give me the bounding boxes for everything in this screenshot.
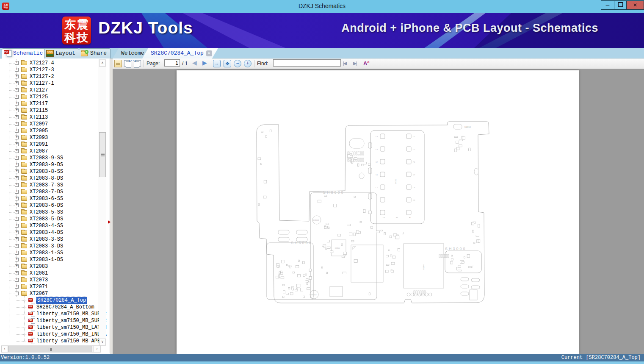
tree-folder-row[interactable]: XT2127-2 — [0, 73, 98, 80]
expand-toggle-icon[interactable] — [15, 217, 19, 221]
tree-folder-row[interactable]: XT2097 — [0, 121, 98, 128]
tree-file-row[interactable]: PDF liberty_sm7150_MB_SUPER — [0, 311, 98, 317]
tree-folder-row[interactable]: XT2093 — [0, 134, 98, 141]
document-viewport[interactable]: U4810 C3C4C7C1C2C1C2P3C7C6C5D6B6A1 U4700… — [113, 69, 644, 354]
close-button[interactable] — [626, 0, 644, 10]
expand-toggle-icon[interactable] — [15, 176, 19, 180]
expand-toggle-icon[interactable] — [15, 156, 19, 160]
scroll-up-arrow[interactable]: ∧ — [99, 60, 106, 67]
expand-toggle-icon[interactable] — [15, 271, 19, 275]
find-input[interactable] — [273, 59, 341, 67]
expand-toggle-icon[interactable] — [15, 258, 19, 261]
expand-toggle-icon[interactable] — [15, 237, 19, 241]
tree-folder-row[interactable]: XT2083-1-DS — [0, 256, 98, 263]
tree-folder-row[interactable]: XT2083-4-DS — [0, 229, 98, 236]
tree-folder-row[interactable]: XT2083 — [0, 263, 98, 270]
expand-toggle-icon[interactable] — [15, 231, 19, 234]
fit-width-icon[interactable] — [213, 60, 221, 67]
tree-folder-row[interactable]: XT2091 — [0, 141, 98, 148]
tree-horizontal-scrollbar[interactable]: ‹ › — [1, 345, 101, 353]
expand-toggle-icon[interactable] — [15, 197, 19, 200]
doc-tab-current[interactable]: SR28C70284_A_Top — [142, 48, 218, 58]
minimize-button[interactable] — [601, 0, 614, 10]
find-next-icon[interactable] — [353, 61, 356, 66]
expand-toggle-icon[interactable] — [15, 75, 19, 78]
tree-file-row[interactable]: PDF SR28C70284_A_Bottom — [0, 304, 98, 311]
next-page-icon[interactable]: ▶ — [202, 59, 207, 66]
tree-folder-row[interactable]: XT2115 — [0, 107, 98, 114]
expand-toggle-icon[interactable] — [15, 244, 19, 248]
tree-folder-row[interactable]: XT2083-7-DS — [0, 189, 98, 195]
expand-toggle-icon[interactable] — [15, 278, 19, 282]
collapse-arrow-icon[interactable] — [108, 220, 111, 224]
tree-folder-row[interactable]: XT2117 — [0, 100, 98, 107]
tree-folder-row[interactable]: XT2127-3 — [0, 67, 98, 73]
tree-file-row[interactable]: PDF liberty_sm7150_MB_APEM — [0, 338, 98, 345]
scroll-down-arrow[interactable]: ∨ — [99, 339, 106, 345]
zoom-out-icon[interactable] — [234, 60, 241, 67]
tree-folder-row[interactable]: XT2083-9-SS — [0, 155, 98, 161]
expand-toggle-icon[interactable] — [15, 122, 19, 126]
page-number-input[interactable] — [164, 59, 180, 67]
expand-toggle-icon[interactable] — [15, 68, 19, 72]
expand-toggle-icon[interactable] — [15, 81, 19, 85]
tree-folder-row[interactable]: XT2083-1-SS — [0, 250, 98, 256]
scrollbar-thumb[interactable] — [8, 346, 91, 352]
fit-page-icon[interactable] — [224, 60, 231, 67]
pdf-page[interactable]: U4810 C3C4C7C1C2C1C2P3C7C6C5D6B6A1 U4700… — [177, 70, 579, 354]
tree-file-row[interactable]: PDF SR28C70284_A_Top — [0, 297, 98, 304]
tree-folder-row[interactable]: XT2127-4 — [0, 60, 98, 67]
tree-folder-row[interactable]: XT2095 — [0, 128, 98, 134]
expand-toggle-icon[interactable] — [15, 129, 19, 133]
tree-folder-row[interactable]: XT2073 — [0, 277, 98, 283]
expand-toggle-icon[interactable] — [15, 203, 19, 207]
tree-folder-row[interactable]: XT2083-3-SS — [0, 236, 98, 243]
match-case-icon[interactable]: Aa — [363, 60, 369, 67]
tree-folder-row[interactable]: XT2083-6-SS — [0, 195, 98, 202]
tree-folder-row[interactable]: XT2113 — [0, 114, 98, 121]
tree-folder-row[interactable]: XT2083-4-SS — [0, 222, 98, 229]
close-tab-icon[interactable] — [206, 50, 212, 56]
tree-folder-row[interactable]: XT2083-7-SS — [0, 182, 98, 189]
expand-toggle-icon[interactable] — [15, 210, 19, 214]
tree-folder-row[interactable]: XT2067 — [0, 290, 98, 297]
tree-folder-row[interactable]: XT2071 — [0, 283, 98, 290]
tree-folder-row[interactable]: XT2083-8-DS — [0, 175, 98, 182]
tree-folder-row[interactable]: XT2083-5-DS — [0, 216, 98, 222]
expand-toggle-icon[interactable] — [15, 285, 19, 289]
expand-toggle-icon[interactable] — [15, 190, 19, 194]
expand-toggle-icon[interactable] — [15, 224, 19, 228]
expand-toggle-icon[interactable] — [15, 88, 19, 92]
tree-folder-row[interactable]: XT2083-5-SS — [0, 209, 98, 216]
tab-layout[interactable]: PADS Layout — [44, 48, 79, 58]
expand-toggle-icon[interactable] — [15, 292, 19, 295]
expand-toggle-icon[interactable] — [15, 102, 19, 106]
tree-folder-row[interactable]: XT2127 — [0, 87, 98, 94]
tree-folder-row[interactable]: XT2083-6-DS — [0, 202, 98, 209]
tree-folder-row[interactable]: XT2083-3-DS — [0, 243, 98, 250]
expand-toggle-icon[interactable] — [15, 142, 19, 146]
expand-toggle-icon[interactable] — [15, 61, 19, 65]
expand-toggle-icon[interactable] — [15, 115, 19, 119]
rotate-left-icon[interactable]: ↶ — [124, 60, 131, 67]
maximize-button[interactable] — [614, 0, 627, 10]
find-previous-icon[interactable] — [343, 61, 346, 66]
copy-page-icon[interactable] — [114, 60, 122, 67]
expand-toggle-icon[interactable] — [15, 95, 19, 99]
tree-folder-row[interactable]: XT2127-1 — [0, 80, 98, 87]
expand-toggle-icon[interactable] — [15, 163, 19, 167]
tree-folder-row[interactable]: XT2083-9-DS — [0, 161, 98, 168]
rotate-right-icon[interactable]: ↷ — [133, 60, 141, 67]
tree-file-row[interactable]: PDF liberty_sm7150_MB_INDIA — [0, 331, 98, 338]
zoom-in-icon[interactable] — [244, 60, 252, 67]
tree-vertical-scrollbar[interactable]: ∧ ∨ — [99, 59, 106, 346]
expand-toggle-icon[interactable] — [15, 149, 19, 153]
expand-toggle-icon[interactable] — [15, 108, 19, 112]
tree-folder-row[interactable]: XT2081 — [0, 270, 98, 277]
expand-toggle-icon[interactable] — [15, 251, 19, 255]
expand-toggle-icon[interactable] — [15, 264, 19, 268]
expand-toggle-icon[interactable] — [15, 169, 19, 173]
expand-toggle-icon[interactable] — [15, 136, 19, 139]
title-bar[interactable]: 东震科技 DZKJ Schematics — [0, 0, 644, 13]
previous-page-icon[interactable]: ◀ — [192, 59, 197, 66]
